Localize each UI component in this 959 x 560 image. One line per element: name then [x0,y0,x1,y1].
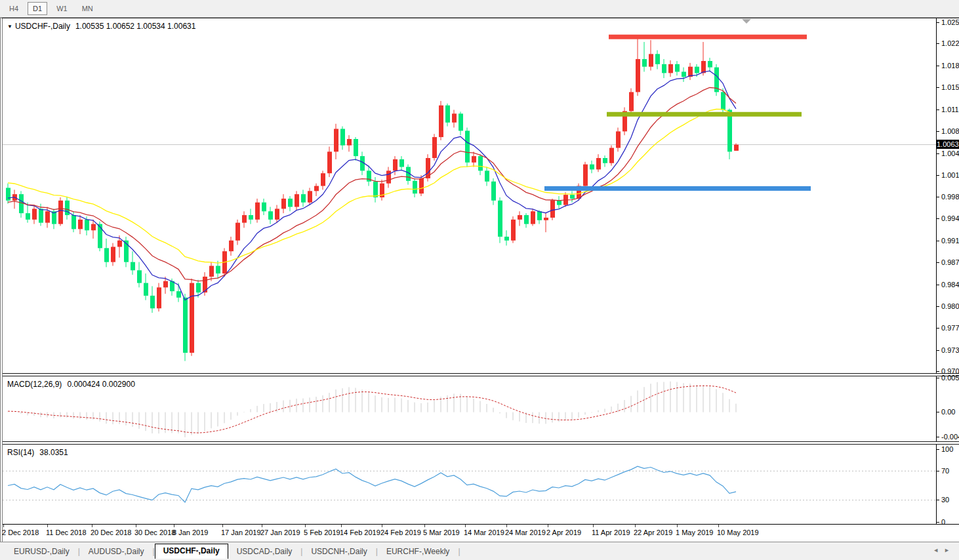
date-tick [506,525,507,527]
axis-tick [937,371,939,372]
tab-separator: | [458,544,460,559]
timeframe-button-d1[interactable]: D1 [28,2,47,15]
date-tick-label: 24 Feb 2019 [380,529,421,536]
date-tick-label: 2 Apr 2019 [546,529,581,536]
chart-tab-usdcnh[interactable]: USDCNH-,Daily [302,544,375,559]
chart-tab-audusd[interactable]: AUDUSD-,Daily [80,544,153,559]
symbol-dropdown-icon: ▼ [7,24,12,30]
axis-tick [937,43,939,44]
chart-tab-eurusd[interactable]: EURUSD-,Daily [5,544,78,559]
macd-plot[interactable]: MACD(12,26,9)0.000424 0.002900 [3,376,936,441]
date-tick-label: 14 Feb 2019 [340,529,380,536]
rsi-plot[interactable]: RSI(14)38.0351 [3,445,936,524]
chart-shift-marker-icon[interactable] [742,19,751,24]
rsi-name: RSI(14) [7,448,34,457]
tab-scroll-right-icon[interactable]: ► [944,547,955,553]
chart-tab-usdcad[interactable]: USDCAD-,Daily [228,544,301,559]
macd-axis: 0.005970.00-0.00424 [936,376,959,441]
axis-tick-label: 1.00150 [941,171,959,179]
date-tick [635,525,636,527]
tab-scroll-left-icon[interactable]: ◄ [933,547,944,553]
date-tick-label: 5 Feb 2019 [304,529,340,536]
axis-tick [937,22,939,23]
axis-tick-label: 1.02220 [941,39,959,47]
axis-tick-label: 1.01870 [941,62,959,70]
timeframe-button-h4[interactable]: H4 [4,2,24,15]
axis-tick [937,522,939,523]
axis-tick-label: 30 [941,496,949,504]
axis-tick [937,306,939,307]
price-axis: 1.025601.022201.018701.015301.011801.008… [936,18,959,373]
axis-tick-label: 0.00597 [941,374,959,382]
chart-window: ▼USDCHF-,Daily1.00535 1.00652 1.00534 1.… [0,18,959,542]
macd-canvas [3,376,936,441]
axis-tick [937,87,939,88]
date-tick-label: 24 Mar 2019 [505,529,546,536]
axis-tick-label: 0.99110 [941,237,959,245]
date-tick [677,525,678,527]
date-tick [718,525,719,527]
date-tick [262,525,262,527]
axis-tick [937,131,939,132]
macd-label: MACD(12,26,9)0.000424 0.002900 [7,380,135,389]
date-tick [593,525,594,527]
timeframe-button-w1[interactable]: W1 [51,2,73,15]
axis-tick [937,175,939,176]
axis-tick [937,471,939,471]
axis-tick-label: 1.01180 [941,106,959,113]
axis-tick-label: 0.97390 [941,346,959,354]
candlestick-canvas [3,18,936,373]
rsi-label: RSI(14)38.0351 [7,448,68,457]
price-panel: ▼USDCHF-,Daily1.00535 1.00652 1.00534 1.… [3,18,959,373]
axis-tick-label: 0.98770 [941,258,959,266]
date-tick [382,525,382,527]
axis-tick [937,262,939,263]
timeframe-toolbar: H4D1W1MN [0,0,959,18]
axis-tick [937,500,939,500]
date-tick [3,525,4,527]
date-tick [47,525,48,527]
axis-tick-label: 0.00 [941,408,955,416]
main-chart-plot[interactable]: ▼USDCHF-,Daily1.00535 1.00652 1.00534 1.… [3,18,936,373]
macd-values: 0.000424 0.002900 [67,380,134,389]
date-tick-label: 5 Mar 2019 [423,529,460,536]
tab-scroll-arrows[interactable]: ◄► [933,547,955,553]
axis-tick [937,378,939,378]
chart-tab-eurchf[interactable]: EURCHF-,Weekly [378,544,458,559]
axis-tick [937,350,939,351]
date-tick-label: 11 Dec 2018 [46,529,87,536]
date-tick-label: 1 May 2019 [676,529,713,536]
axis-tick-label: 70 [941,467,949,475]
axis-tick [937,197,939,197]
date-tick [136,525,136,527]
axis-tick [937,153,939,154]
axis-tick [937,66,939,66]
chart-tab-bar: EURUSD-,Daily|AUDUSD-,Daily|USDCHF-,Dail… [0,542,959,559]
axis-tick-label: 1.02560 [941,18,959,26]
date-tick-label: 11 Apr 2019 [592,529,630,536]
axis-tick [937,285,939,285]
axis-tick [937,218,939,219]
date-tick-label: 10 May 2019 [717,529,759,536]
axis-tick-label: 100 [941,445,953,453]
date-tick [424,525,425,527]
date-tick-label: 22 Apr 2019 [634,529,672,536]
chart-tab-usdchf[interactable]: USDCHF-,Daily [155,544,228,559]
current-price-badge: 1.00631 [937,140,959,149]
axis-tick [937,437,939,437]
timeframe-button-mn[interactable]: MN [77,2,98,15]
axis-tick-label: 0.98080 [941,302,959,310]
date-tick-label: 17 Jan 2019 [221,529,261,536]
date-tick-label: 8 Jan 2019 [173,529,208,536]
date-tick [548,525,548,527]
axis-tick-label: 1.00840 [941,127,959,135]
axis-tick [937,328,939,329]
chart-symbol: USDCHF-,Daily [15,22,70,31]
date-tick [222,525,223,527]
axis-tick-label: -0.00424 [941,433,959,441]
rsi-axis: 10070300 [936,445,959,524]
date-tick [174,525,174,527]
chart-title: ▼USDCHF-,Daily1.00535 1.00652 1.00534 1.… [7,22,195,31]
rsi-panel: RSI(14)38.0351 10070300 [3,445,959,524]
axis-tick [937,241,939,241]
